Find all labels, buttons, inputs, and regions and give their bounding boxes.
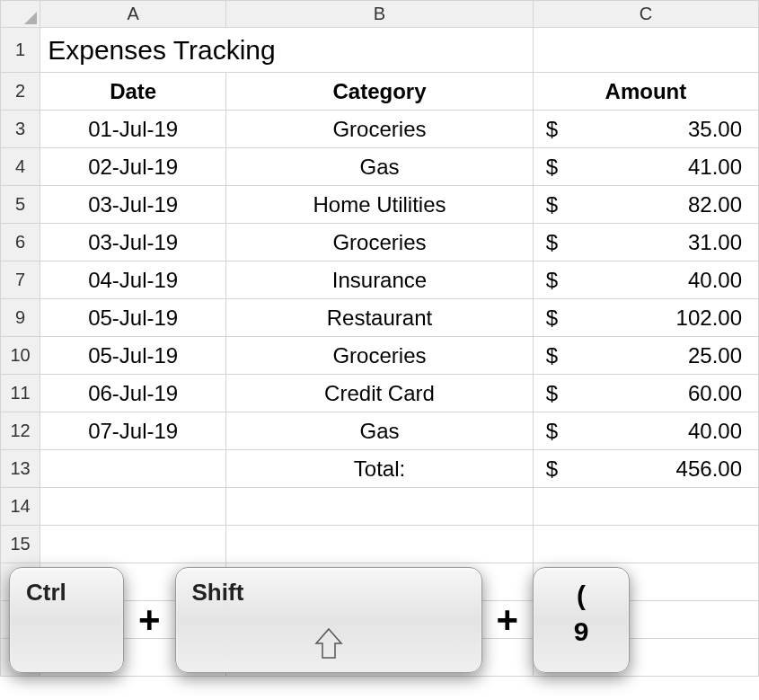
cell-amount[interactable]: $40.00 <box>533 261 758 299</box>
ctrl-key-icon: Ctrl <box>9 567 124 673</box>
cell[interactable] <box>533 488 758 526</box>
table-row[interactable]: 5 03-Jul-19 Home Utilities $82.00 <box>1 186 759 224</box>
cell-date[interactable]: 04-Jul-19 <box>40 261 226 299</box>
key-label-nine: 9 <box>574 618 589 645</box>
cell[interactable] <box>533 28 758 73</box>
amount-value: 60.00 <box>688 381 742 406</box>
cell-category[interactable]: Groceries <box>226 224 534 261</box>
amount-value: 31.00 <box>688 230 742 255</box>
currency-symbol: $ <box>546 117 558 142</box>
amount-value: 40.00 <box>688 268 742 293</box>
header-category[interactable]: Category <box>226 73 534 111</box>
cell-category[interactable]: Groceries <box>226 337 534 375</box>
key-label-paren: ( <box>577 582 586 609</box>
cell[interactable] <box>40 450 226 488</box>
row-header[interactable]: 15 <box>1 526 40 563</box>
amount-value: 25.00 <box>688 343 742 368</box>
row-header[interactable]: 6 <box>1 224 40 261</box>
amount-value: 41.00 <box>688 155 742 180</box>
table-row[interactable]: 6 03-Jul-19 Groceries $31.00 <box>1 224 759 261</box>
row-header[interactable]: 10 <box>1 337 40 375</box>
paren-9-key-icon: ( 9 <box>533 567 630 673</box>
cell[interactable] <box>40 526 226 563</box>
select-all-corner[interactable] <box>1 1 40 28</box>
row-header[interactable]: 9 <box>1 299 40 337</box>
cell-amount[interactable]: $35.00 <box>533 111 758 148</box>
table-row[interactable]: 4 02-Jul-19 Gas $41.00 <box>1 148 759 186</box>
currency-symbol: $ <box>546 155 558 180</box>
cell[interactable] <box>533 526 758 563</box>
cell-category[interactable]: Insurance <box>226 261 534 299</box>
cell-date[interactable]: 03-Jul-19 <box>40 224 226 261</box>
cell-category[interactable]: Gas <box>226 148 534 186</box>
table-row[interactable]: 11 06-Jul-19 Credit Card $60.00 <box>1 375 759 412</box>
row-header[interactable]: 7 <box>1 261 40 299</box>
plus-icon: + <box>493 598 523 642</box>
cell-category[interactable]: Groceries <box>226 111 534 148</box>
cell-amount[interactable]: $40.00 <box>533 412 758 450</box>
currency-symbol: $ <box>546 381 558 406</box>
key-label: Ctrl <box>26 579 107 607</box>
plus-icon: + <box>135 598 164 642</box>
row-header[interactable]: 3 <box>1 111 40 148</box>
row-header[interactable]: 1 <box>1 28 40 73</box>
row-header[interactable]: 13 <box>1 450 40 488</box>
table-row[interactable]: 9 05-Jul-19 Restaurant $102.00 <box>1 299 759 337</box>
table-row[interactable]: 3 01-Jul-19 Groceries $35.00 <box>1 111 759 148</box>
cell-amount[interactable]: $25.00 <box>533 337 758 375</box>
amount-value: 456.00 <box>676 456 742 482</box>
header-amount[interactable]: Amount <box>533 73 758 111</box>
shift-arrow-icon <box>311 625 347 661</box>
row-header[interactable]: 5 <box>1 186 40 224</box>
row-header[interactable]: 14 <box>1 488 40 526</box>
cell[interactable] <box>40 488 226 526</box>
row-header[interactable]: 4 <box>1 148 40 186</box>
currency-symbol: $ <box>546 343 558 368</box>
currency-symbol: $ <box>546 230 558 255</box>
table-row[interactable]: 7 04-Jul-19 Insurance $40.00 <box>1 261 759 299</box>
cell-category[interactable]: Restaurant <box>226 299 534 337</box>
cell-date[interactable]: 07-Jul-19 <box>40 412 226 450</box>
amount-value: 35.00 <box>688 117 742 142</box>
total-row[interactable]: 13 Total: $456.00 <box>1 450 759 488</box>
cell-date[interactable]: 06-Jul-19 <box>40 375 226 412</box>
cell-date[interactable]: 02-Jul-19 <box>40 148 226 186</box>
col-header-B[interactable]: B <box>226 1 534 28</box>
amount-value: 40.00 <box>688 419 742 444</box>
cell-amount[interactable]: $41.00 <box>533 148 758 186</box>
total-label[interactable]: Total: <box>226 450 534 488</box>
cell-category[interactable]: Credit Card <box>226 375 534 412</box>
title-cell[interactable]: Expenses Tracking <box>40 28 534 73</box>
cell[interactable] <box>226 526 534 563</box>
cell-amount[interactable]: $102.00 <box>533 299 758 337</box>
row-header[interactable]: 12 <box>1 412 40 450</box>
col-header-A[interactable]: A <box>40 1 226 28</box>
currency-symbol: $ <box>546 419 558 444</box>
row-header[interactable]: 11 <box>1 375 40 412</box>
cell-category[interactable]: Gas <box>226 412 534 450</box>
currency-symbol: $ <box>546 456 558 482</box>
cell-date[interactable]: 03-Jul-19 <box>40 186 226 224</box>
amount-value: 102.00 <box>676 306 742 331</box>
col-header-C[interactable]: C <box>533 1 758 28</box>
cell[interactable] <box>226 488 534 526</box>
cell-date[interactable]: 01-Jul-19 <box>40 111 226 148</box>
key-label: Shift <box>192 579 465 607</box>
currency-symbol: $ <box>546 192 558 217</box>
cell-category[interactable]: Home Utilities <box>226 186 534 224</box>
currency-symbol: $ <box>546 268 558 293</box>
keyboard-shortcut-overlay: Ctrl + Shift + ( 9 <box>9 567 630 673</box>
total-amount[interactable]: $456.00 <box>533 450 758 488</box>
row-header[interactable]: 2 <box>1 73 40 111</box>
cell-amount[interactable]: $31.00 <box>533 224 758 261</box>
header-date[interactable]: Date <box>40 73 226 111</box>
cell-amount[interactable]: $60.00 <box>533 375 758 412</box>
currency-symbol: $ <box>546 306 558 331</box>
shift-key-icon: Shift <box>175 567 482 673</box>
cell-date[interactable]: 05-Jul-19 <box>40 299 226 337</box>
cell-amount[interactable]: $82.00 <box>533 186 758 224</box>
amount-value: 82.00 <box>688 192 742 217</box>
cell-date[interactable]: 05-Jul-19 <box>40 337 226 375</box>
table-row[interactable]: 12 07-Jul-19 Gas $40.00 <box>1 412 759 450</box>
table-row[interactable]: 10 05-Jul-19 Groceries $25.00 <box>1 337 759 375</box>
